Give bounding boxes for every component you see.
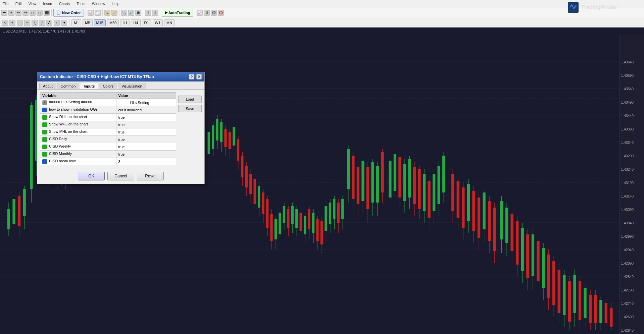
toolbar-icon-12[interactable]: ⚙ [204, 10, 210, 16]
row-value[interactable]: ===== HLs Setting ===== [116, 99, 176, 106]
table-row[interactable]: CISD Monthly true [40, 151, 176, 158]
dialog-close-button[interactable]: ✕ [196, 74, 202, 79]
tab-inputs[interactable]: Inputs [80, 83, 98, 89]
menu-bar: File Edit View Insert Charts Tools Windo… [0, 0, 644, 7]
sep-4 [119, 9, 119, 16]
toolbar-icon-11[interactable]: ⇓ [152, 10, 158, 16]
row-value[interactable]: true [116, 128, 176, 136]
tf-m1[interactable]: M1 [71, 19, 81, 26]
toolbar-zoom-out[interactable]: 🔎 [128, 10, 134, 16]
dialog-help-button[interactable]: ? [189, 74, 194, 79]
ok-button[interactable]: OK [78, 172, 105, 180]
tf-h1[interactable]: H1 [120, 19, 130, 26]
tf-tool-fib[interactable]: 𝑓 [39, 20, 45, 26]
col-value: Value [116, 93, 176, 99]
toolbar-icon-2[interactable]: + [8, 10, 14, 16]
chart-prices: 1.41751 1.41770 1.41701 1.41763 [29, 29, 85, 33]
tf-h4[interactable]: H4 [131, 19, 140, 26]
menu-insert[interactable]: Insert [42, 1, 54, 6]
svg-rect-84 [300, 213, 302, 231]
row-icon [42, 122, 47, 127]
load-button[interactable]: Load [178, 96, 202, 103]
svg-text:1.43090: 1.43090 [621, 208, 634, 212]
toolbar-fit[interactable]: ⊞ [135, 10, 141, 16]
tab-visualization[interactable]: Visualization [118, 83, 146, 89]
table-row[interactable]: Show DHL on the chart true [40, 114, 176, 121]
row-value[interactable]: cut if invalided [116, 106, 176, 114]
toolbar-icon-4[interactable]: ↪ [22, 10, 29, 16]
save-button[interactable]: Save [178, 105, 202, 112]
tf-tool-line[interactable]: — [17, 20, 23, 26]
svg-rect-180 [542, 248, 545, 288]
table-row[interactable]: Show MHL on the chart true [40, 128, 176, 136]
row-value[interactable]: true [116, 136, 176, 143]
row-value[interactable]: true [116, 151, 176, 158]
tf-tool-extra[interactable]: ▾ [61, 20, 67, 26]
toolbar-icon-8[interactable]: 🔒 [104, 10, 110, 16]
svg-rect-188 [563, 275, 565, 315]
tf-tool-tline[interactable]: ╲ [32, 20, 38, 26]
toolbar-chart-1[interactable]: 📊 [88, 10, 94, 16]
toolbar-icon-5[interactable]: ◻ [30, 10, 36, 16]
toolbar-zoom-in[interactable]: 🔍 [121, 10, 127, 16]
tab-about[interactable]: About [39, 83, 56, 89]
params-wrapper: Variable Value ≡ ===== HLs Setting =====… [40, 92, 176, 165]
svg-text:1.42940: 1.42940 [621, 248, 634, 252]
row-value[interactable]: true [116, 114, 176, 121]
row-value[interactable]: true [116, 143, 176, 151]
svg-rect-128 [403, 164, 406, 201]
tf-tool-crosshair[interactable]: + [9, 20, 15, 26]
svg-rect-146 [451, 174, 454, 211]
tf-d1[interactable]: D1 [142, 19, 151, 26]
tf-m15[interactable]: M15 [94, 19, 106, 26]
toolbar-icon-13[interactable]: 🔘 [211, 10, 217, 16]
tf-tool-arrow[interactable]: ↑ [54, 20, 60, 26]
table-row[interactable]: CISD Weekly true [40, 143, 176, 151]
tf-m30[interactable]: M30 [107, 19, 119, 26]
toolbar-icon-6[interactable]: ◻ [37, 10, 43, 16]
menu-window[interactable]: Window [91, 1, 106, 6]
indicator-dialog[interactable]: Custom Indicator - CISD-CSD + High-Low I… [37, 72, 205, 184]
svg-rect-72 [275, 219, 277, 239]
svg-rect-202 [599, 300, 602, 323]
toolbar-icon-1[interactable]: ⬅ [1, 10, 7, 16]
new-order-button[interactable]: 📋 New Order [53, 9, 84, 17]
tf-tool-hline[interactable]: ═ [24, 20, 30, 26]
tab-common[interactable]: Common [57, 83, 80, 89]
svg-text:1.42890: 1.42890 [621, 262, 634, 265]
row-value[interactable]: true [116, 121, 176, 128]
table-row[interactable]: CISD Daily true [40, 136, 176, 143]
menu-help[interactable]: Help [110, 1, 121, 6]
svg-rect-52 [233, 127, 235, 146]
tf-mn[interactable]: MN [164, 19, 175, 26]
svg-text:1.42790: 1.42790 [621, 288, 634, 292]
tab-colors[interactable]: Colors [99, 83, 117, 89]
table-row[interactable]: Show WHL on the chart true [40, 121, 176, 128]
row-value[interactable]: 3 [116, 158, 176, 165]
tf-tool-text[interactable]: A [46, 20, 52, 26]
tf-tool-cursor[interactable]: ↖ [2, 20, 8, 26]
auto-trading-button[interactable]: ▶ AutoTrading [162, 9, 193, 17]
toolbar-icon-14[interactable]: ⭕ [218, 10, 224, 16]
table-row[interactable]: ≡ ===== HLs Setting ===== ===== HLs Sett… [40, 99, 176, 106]
svg-rect-100 [333, 199, 335, 219]
tf-m5[interactable]: M5 [83, 19, 92, 26]
menu-edit[interactable]: Edit [14, 1, 23, 6]
toolbar-chart-2[interactable]: 📉 [95, 10, 101, 16]
menu-charts[interactable]: Charts [58, 1, 71, 6]
reset-button[interactable]: Reset [137, 172, 164, 180]
toolbar-icon-7[interactable]: ⬛ [44, 10, 50, 16]
toolbar-icon-9[interactable]: 🔑 [111, 10, 117, 16]
menu-tools[interactable]: Tools [75, 1, 87, 6]
cancel-button[interactable]: Cancel [107, 172, 134, 180]
table-row[interactable]: CISD break limit 3 [40, 158, 176, 165]
svg-rect-196 [584, 288, 586, 318]
toolbar-indicators[interactable]: 📈 [197, 10, 203, 16]
toolbar-icon-3[interactable]: ↩ [15, 10, 21, 16]
menu-view[interactable]: View [27, 1, 38, 6]
table-row[interactable]: how to show invalidation OGs cut if inva… [40, 106, 176, 114]
menu-file[interactable]: File [1, 1, 10, 6]
tf-w1[interactable]: W1 [153, 19, 163, 26]
svg-rect-18 [12, 199, 15, 224]
toolbar-icon-10[interactable]: ⇑ [145, 10, 151, 16]
